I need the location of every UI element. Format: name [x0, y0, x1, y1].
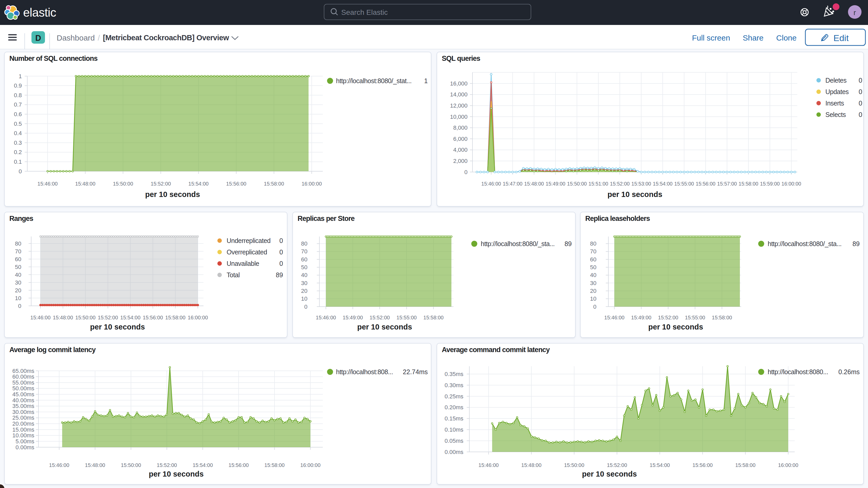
svg-text:70: 70: [590, 248, 596, 255]
svg-text:35.00ms: 35.00ms: [12, 403, 34, 409]
svg-text:15:49:00: 15:49:00: [631, 315, 652, 321]
svg-text:15:49:00: 15:49:00: [546, 181, 565, 187]
svg-text:15:46:00: 15:46:00: [49, 462, 69, 468]
svg-text:/: /: [98, 33, 100, 42]
svg-text:2,000: 2,000: [453, 158, 467, 164]
svg-text:15:58:00: 15:58:00: [264, 181, 284, 187]
svg-text:15:49:00: 15:49:00: [343, 315, 363, 321]
svg-text:89: 89: [852, 240, 860, 247]
svg-text:15:54:00: 15:54:00: [653, 181, 673, 187]
svg-text:15:48:00: 15:48:00: [521, 462, 541, 468]
svg-text:15:58:00: 15:58:00: [165, 315, 186, 321]
svg-text:30: 30: [301, 280, 307, 286]
svg-text:15:54:00: 15:54:00: [650, 462, 670, 468]
svg-text:1: 1: [424, 77, 428, 85]
svg-text:15:58:00: 15:58:00: [423, 315, 444, 321]
svg-text:http://localhost:8080/_stat...: http://localhost:8080/_stat...: [336, 77, 412, 85]
svg-text:Clone: Clone: [776, 33, 797, 42]
svg-text:50: 50: [590, 264, 596, 271]
svg-text:89: 89: [276, 271, 283, 279]
svg-text:20.00ms: 20.00ms: [12, 421, 34, 427]
svg-text:12,000: 12,000: [450, 102, 467, 109]
svg-text:0.26ms: 0.26ms: [838, 368, 860, 375]
svg-text:per 10 seconds: per 10 seconds: [648, 323, 703, 331]
svg-text:80: 80: [15, 240, 21, 247]
svg-text:70: 70: [15, 248, 21, 255]
svg-text:15:50:00: 15:50:00: [75, 315, 96, 321]
svg-text:80: 80: [590, 240, 596, 247]
svg-text:50.00ms: 50.00ms: [12, 385, 34, 392]
svg-text:50: 50: [301, 264, 307, 271]
svg-text:16:00:00: 16:00:00: [778, 462, 798, 468]
svg-text:Search Elastic: Search Elastic: [341, 8, 388, 17]
svg-text:Underreplicated: Underreplicated: [227, 237, 271, 244]
svg-text:15:46:00: 15:46:00: [478, 462, 499, 468]
svg-text:15:54:00: 15:54:00: [193, 462, 213, 468]
svg-text:http://localhost:8080/_sta...: http://localhost:8080/_sta...: [768, 240, 841, 247]
svg-text:0.15ms: 0.15ms: [445, 415, 463, 422]
svg-text:15:46:00: 15:46:00: [604, 315, 624, 321]
svg-text:Share: Share: [743, 33, 764, 42]
svg-text:0: 0: [279, 260, 283, 267]
svg-text:25.00ms: 25.00ms: [12, 415, 34, 421]
svg-text:0.05ms: 0.05ms: [445, 437, 463, 444]
svg-text:http://localhost:808...: http://localhost:808...: [336, 368, 393, 375]
svg-text:per 10 seconds: per 10 seconds: [357, 323, 412, 331]
svg-text:15:48:00: 15:48:00: [85, 462, 105, 468]
svg-text:40: 40: [590, 272, 596, 278]
svg-text:15:58:00: 15:58:00: [712, 315, 732, 321]
svg-text:30: 30: [15, 279, 21, 286]
svg-text:0.2: 0.2: [14, 149, 22, 155]
svg-text:30.00ms: 30.00ms: [12, 409, 34, 415]
svg-text:16:00:00: 16:00:00: [781, 181, 801, 187]
svg-text:40.00ms: 40.00ms: [12, 397, 34, 403]
svg-text:0: 0: [859, 111, 862, 118]
svg-text:89: 89: [564, 240, 572, 247]
svg-text:Deletes: Deletes: [826, 77, 846, 84]
svg-text:15:55:00: 15:55:00: [685, 315, 705, 321]
svg-text:15:52:00: 15:52:00: [658, 315, 678, 321]
svg-text:http://localhost:8080/_sta...: http://localhost:8080/_sta...: [481, 240, 555, 247]
svg-text:16:00:00: 16:00:00: [302, 181, 322, 187]
svg-text:70: 70: [301, 248, 307, 255]
svg-text:15:58:00: 15:58:00: [264, 462, 285, 468]
svg-text:0.00ms: 0.00ms: [16, 444, 34, 451]
svg-text:Total: Total: [227, 271, 240, 279]
svg-text:Updates: Updates: [826, 88, 849, 95]
svg-text:0: 0: [464, 169, 467, 175]
svg-text:15:51:00: 15:51:00: [589, 181, 609, 187]
svg-text:Inserts: Inserts: [826, 99, 844, 107]
svg-text:60.00ms: 60.00ms: [12, 373, 34, 380]
svg-text:0: 0: [859, 99, 862, 107]
svg-text:15:48:00: 15:48:00: [75, 181, 95, 187]
svg-text:0.4: 0.4: [14, 130, 22, 136]
svg-text:22.74ms: 22.74ms: [403, 368, 428, 375]
svg-text:60: 60: [15, 256, 21, 263]
svg-text:14,000: 14,000: [450, 91, 467, 98]
svg-text:20: 20: [590, 288, 596, 294]
svg-text:15:54:00: 15:54:00: [120, 315, 141, 321]
svg-text:0.10ms: 0.10ms: [445, 426, 463, 433]
svg-text:10: 10: [590, 296, 596, 302]
svg-text:15:46:00: 15:46:00: [481, 181, 501, 187]
svg-text:15:50:00: 15:50:00: [113, 181, 133, 187]
svg-text:80: 80: [301, 240, 307, 247]
svg-text:5.00ms: 5.00ms: [16, 438, 34, 445]
svg-text:D: D: [35, 33, 41, 42]
svg-text:30: 30: [590, 280, 596, 286]
svg-text:0: 0: [19, 168, 22, 175]
svg-text:55.00ms: 55.00ms: [12, 379, 34, 386]
svg-text:10: 10: [301, 296, 307, 302]
svg-text:16:00:00: 16:00:00: [188, 315, 208, 321]
svg-text:0: 0: [593, 304, 596, 310]
svg-text:15:52:00: 15:52:00: [157, 462, 177, 468]
svg-text:15:56:00: 15:56:00: [228, 462, 249, 468]
svg-text:40: 40: [301, 272, 307, 278]
svg-text:15:47:00: 15:47:00: [503, 181, 523, 187]
svg-text:0.3: 0.3: [14, 140, 22, 146]
svg-text:4,000: 4,000: [453, 147, 467, 153]
svg-text:0.9: 0.9: [14, 82, 22, 89]
svg-text:0.35ms: 0.35ms: [445, 371, 463, 377]
svg-text:1: 1: [19, 73, 22, 80]
svg-text:Overreplicated: Overreplicated: [227, 248, 267, 256]
